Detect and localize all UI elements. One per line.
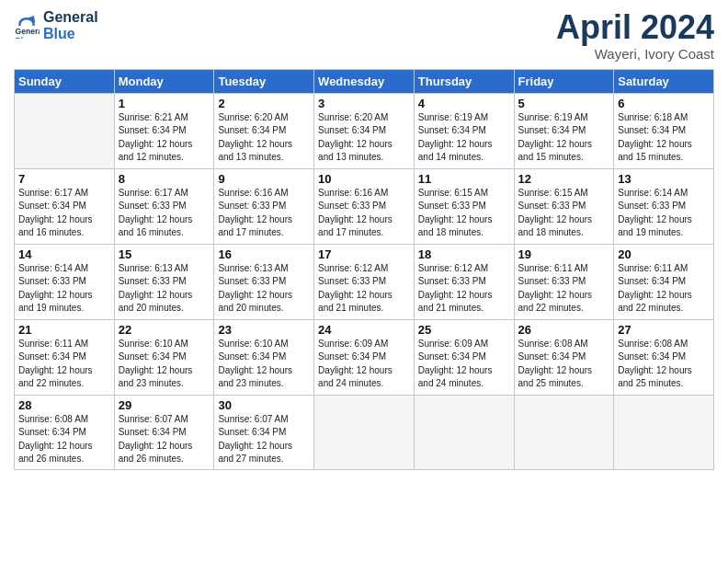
calendar-cell: 8Sunrise: 6:17 AMSunset: 6:33 PMDaylight… [114,168,214,244]
day-info: Sunrise: 6:09 AMSunset: 6:34 PMDaylight:… [318,338,410,391]
day-info: Sunrise: 6:20 AMSunset: 6:34 PMDaylight:… [218,111,310,165]
svg-text:Blue: Blue [16,36,33,39]
calendar-cell: 19Sunrise: 6:11 AMSunset: 6:33 PMDayligh… [514,244,614,319]
calendar-cell: 22Sunrise: 6:10 AMSunset: 6:34 PMDayligh… [114,319,214,395]
day-info: Sunrise: 6:08 AMSunset: 6:34 PMDaylight:… [18,413,110,466]
calendar-cell [314,395,415,469]
day-info: Sunrise: 6:11 AMSunset: 6:33 PMDaylight:… [518,262,610,316]
day-number: 6 [618,97,710,110]
day-number: 20 [618,247,710,261]
calendar-cell: 29Sunrise: 6:07 AMSunset: 6:34 PMDayligh… [114,395,214,469]
calendar-cell: 3Sunrise: 6:20 AMSunset: 6:34 PMDaylight… [314,93,415,168]
page: General Blue General Blue April 2024 Way… [0,0,728,563]
day-number: 8 [119,172,210,186]
calendar-cell: 2Sunrise: 6:20 AMSunset: 6:34 PMDaylight… [214,93,314,168]
day-number: 18 [418,247,510,261]
day-number: 24 [318,323,410,337]
month-title: April 2024 [556,9,714,46]
header-day-friday: Friday [514,69,614,93]
day-number: 17 [318,247,410,261]
day-info: Sunrise: 6:21 AMSunset: 6:34 PMDaylight:… [119,111,210,165]
day-number: 4 [418,97,510,110]
day-number: 29 [119,398,210,412]
calendar-cell: 23Sunrise: 6:10 AMSunset: 6:34 PMDayligh… [214,319,314,395]
logo: General Blue General Blue [14,9,98,43]
calendar-cell: 11Sunrise: 6:15 AMSunset: 6:33 PMDayligh… [414,168,514,244]
day-number: 1 [119,97,210,110]
calendar-cell: 20Sunrise: 6:11 AMSunset: 6:34 PMDayligh… [614,244,714,319]
day-info: Sunrise: 6:12 AMSunset: 6:33 PMDaylight:… [418,262,510,316]
day-info: Sunrise: 6:16 AMSunset: 6:33 PMDaylight:… [318,187,410,240]
day-number: 28 [18,398,110,412]
day-info: Sunrise: 6:07 AMSunset: 6:34 PMDaylight:… [218,413,310,466]
calendar-cell: 6Sunrise: 6:18 AMSunset: 6:34 PMDaylight… [614,93,714,168]
day-info: Sunrise: 6:08 AMSunset: 6:34 PMDaylight:… [518,338,610,391]
day-info: Sunrise: 6:16 AMSunset: 6:33 PMDaylight:… [218,187,310,240]
week-row-2: 14Sunrise: 6:14 AMSunset: 6:33 PMDayligh… [15,244,714,319]
calendar-cell: 14Sunrise: 6:14 AMSunset: 6:33 PMDayligh… [15,244,115,319]
logo-general: General [43,9,98,26]
calendar-cell [614,395,714,469]
header-day-saturday: Saturday [614,69,714,93]
day-number: 2 [218,97,310,110]
day-info: Sunrise: 6:12 AMSunset: 6:33 PMDaylight:… [318,262,410,316]
calendar-cell: 18Sunrise: 6:12 AMSunset: 6:33 PMDayligh… [414,244,514,319]
day-number: 23 [218,323,310,337]
day-number: 21 [18,323,110,337]
calendar-cell: 1Sunrise: 6:21 AMSunset: 6:34 PMDaylight… [114,93,214,168]
day-info: Sunrise: 6:11 AMSunset: 6:34 PMDaylight:… [618,262,710,316]
calendar-cell: 16Sunrise: 6:13 AMSunset: 6:33 PMDayligh… [214,244,314,319]
calendar-cell: 4Sunrise: 6:19 AMSunset: 6:34 PMDaylight… [414,93,514,168]
day-number: 30 [218,398,310,412]
calendar-cell: 13Sunrise: 6:14 AMSunset: 6:33 PMDayligh… [614,168,714,244]
title-block: April 2024 Wayeri, Ivory Coast [556,9,714,62]
header-day-monday: Monday [114,69,214,93]
day-info: Sunrise: 6:10 AMSunset: 6:34 PMDaylight:… [119,338,210,391]
day-info: Sunrise: 6:13 AMSunset: 6:33 PMDaylight:… [218,262,310,316]
day-info: Sunrise: 6:17 AMSunset: 6:34 PMDaylight:… [18,187,110,240]
day-number: 7 [18,172,110,186]
header-day-thursday: Thursday [414,69,514,93]
day-info: Sunrise: 6:19 AMSunset: 6:34 PMDaylight:… [418,111,510,165]
calendar-cell: 9Sunrise: 6:16 AMSunset: 6:33 PMDaylight… [214,168,314,244]
header-row: SundayMondayTuesdayWednesdayThursdayFrid… [15,69,714,93]
day-number: 19 [518,247,610,261]
day-number: 26 [518,323,610,337]
day-number: 25 [418,323,510,337]
week-row-4: 28Sunrise: 6:08 AMSunset: 6:34 PMDayligh… [15,395,714,469]
day-number: 14 [18,247,110,261]
calendar-cell: 17Sunrise: 6:12 AMSunset: 6:33 PMDayligh… [314,244,415,319]
logo-icon: General Blue [14,13,40,39]
day-info: Sunrise: 6:07 AMSunset: 6:34 PMDaylight:… [119,413,210,466]
location-subtitle: Wayeri, Ivory Coast [556,46,714,62]
day-info: Sunrise: 6:08 AMSunset: 6:34 PMDaylight:… [618,338,710,391]
svg-text:General: General [16,28,40,37]
day-number: 13 [618,172,710,186]
calendar-cell: 27Sunrise: 6:08 AMSunset: 6:34 PMDayligh… [614,319,714,395]
week-row-1: 7Sunrise: 6:17 AMSunset: 6:34 PMDaylight… [15,168,714,244]
day-number: 12 [518,172,610,186]
calendar-cell: 28Sunrise: 6:08 AMSunset: 6:34 PMDayligh… [15,395,115,469]
day-info: Sunrise: 6:15 AMSunset: 6:33 PMDaylight:… [418,187,510,240]
header-day-sunday: Sunday [15,69,115,93]
calendar-cell: 24Sunrise: 6:09 AMSunset: 6:34 PMDayligh… [314,319,415,395]
day-number: 27 [618,323,710,337]
day-number: 10 [318,172,410,186]
day-info: Sunrise: 6:10 AMSunset: 6:34 PMDaylight:… [218,338,310,391]
day-number: 22 [119,323,210,337]
week-row-0: 1Sunrise: 6:21 AMSunset: 6:34 PMDaylight… [15,93,714,168]
day-info: Sunrise: 6:14 AMSunset: 6:33 PMDaylight:… [18,262,110,316]
calendar-cell [514,395,614,469]
day-info: Sunrise: 6:11 AMSunset: 6:34 PMDaylight:… [18,338,110,391]
day-number: 16 [218,247,310,261]
day-info: Sunrise: 6:13 AMSunset: 6:33 PMDaylight:… [119,262,210,316]
week-row-3: 21Sunrise: 6:11 AMSunset: 6:34 PMDayligh… [15,319,714,395]
day-info: Sunrise: 6:20 AMSunset: 6:34 PMDaylight:… [318,111,410,165]
calendar-cell: 15Sunrise: 6:13 AMSunset: 6:33 PMDayligh… [114,244,214,319]
day-info: Sunrise: 6:18 AMSunset: 6:34 PMDaylight:… [618,111,710,165]
day-info: Sunrise: 6:09 AMSunset: 6:34 PMDaylight:… [418,338,510,391]
calendar-cell: 5Sunrise: 6:19 AMSunset: 6:34 PMDaylight… [514,93,614,168]
day-info: Sunrise: 6:15 AMSunset: 6:33 PMDaylight:… [518,187,610,240]
calendar-table: SundayMondayTuesdayWednesdayThursdayFrid… [14,69,714,470]
calendar-cell: 26Sunrise: 6:08 AMSunset: 6:34 PMDayligh… [514,319,614,395]
